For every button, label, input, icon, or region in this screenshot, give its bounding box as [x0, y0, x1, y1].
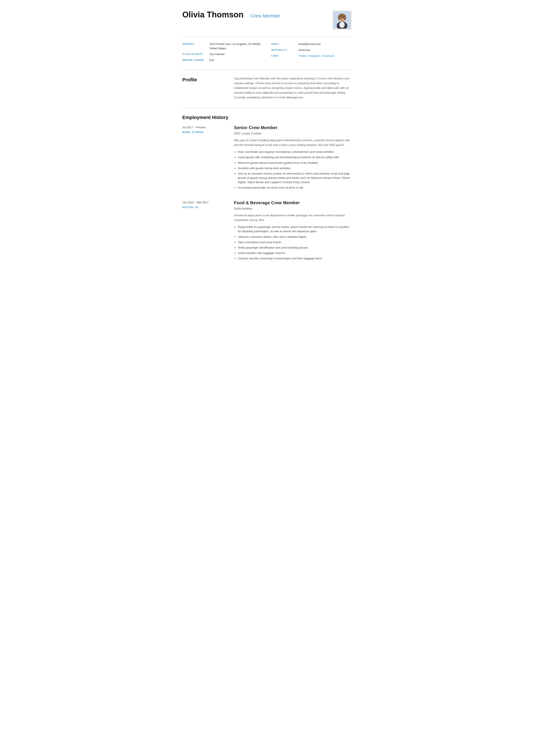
birth-value: San Antonio: [209, 52, 263, 56]
instagram-link[interactable]: Instagram: [308, 54, 320, 58]
emp-summary-1: Was part of a team handling daily guest …: [234, 138, 352, 147]
employment-item-2: Oct 2015 – Mar 2017 RESTON, VA Food & Be…: [182, 200, 352, 262]
profile-divider: [182, 70, 352, 70]
list-item: Conduct security screenings of passenger…: [238, 256, 352, 260]
svg-point-8: [343, 18, 344, 19]
twitter-link[interactable]: Twitter: [298, 54, 307, 58]
list-item: Welcome guests aboard and present guided…: [238, 161, 352, 165]
emp-right-1: Senior Crew Member CNC Luxury Cruises Wa…: [234, 124, 352, 191]
links-value: Twitter, Instagram, Facebook: [298, 54, 352, 58]
list-item: Verify passenger identification and prin…: [238, 246, 352, 250]
svg-point-6: [344, 15, 346, 20]
facebook-link[interactable]: Facebook: [322, 54, 334, 58]
emp-company-1: CNC Luxury Cruises: [234, 131, 352, 136]
links-label: LINKS: [271, 54, 295, 58]
profile-section-title: Profile: [182, 76, 225, 83]
list-item: Take reservations and issue tickets: [238, 240, 352, 244]
resume-page: Olivia Thomson Crew Member: [170, 0, 364, 283]
contact-grid: ADDRESS 1515 Pacific Ave, Los Angeles, C…: [182, 42, 352, 62]
emp-bullets-1: Host, coordinate and organize recreation…: [234, 150, 352, 190]
emp-left-1: Jul 2017 – Present MIAMI, FLORIDA: [182, 124, 225, 191]
email-row: EMAIL email@email.com: [271, 42, 352, 46]
emp-location-2: RESTON, VA: [182, 205, 225, 209]
birth-label: PLACE OF BIRTH: [182, 52, 206, 56]
contact-left-col: ADDRESS 1515 Pacific Ave, Los Angeles, C…: [182, 42, 263, 62]
emp-left-2: Oct 2015 – Mar 2017 RESTON, VA: [182, 200, 225, 262]
avatar: [332, 10, 352, 30]
avatar-image: [333, 12, 351, 29]
nationality-label: NATIONALITY: [271, 48, 295, 52]
header-left: Olivia Thomson Crew Member: [182, 10, 332, 19]
license-value: Full: [209, 58, 263, 63]
profile-text: Top perfuming Crew Member with five year…: [234, 76, 352, 100]
emp-date-2: Oct 2015 – Mar 2017: [182, 200, 225, 205]
birth-row: PLACE OF BIRTH San Antonio: [182, 52, 263, 56]
list-item: Socialize with guests during deck activi…: [238, 166, 352, 171]
employment-section-title: Employment History: [182, 114, 352, 121]
profile-title-col: Profile: [182, 76, 225, 100]
header-divider: [182, 37, 352, 37]
nationality-value: American: [298, 48, 352, 52]
address-row: ADDRESS 1515 Pacific Ave, Los Angeles, C…: [182, 42, 263, 50]
license-label: DRIVING LICENSE: [182, 58, 206, 62]
employment-section: Employment History Jul 2017 – Present MI…: [182, 108, 352, 262]
emp-bullets-2: Responsible for passenger service duties…: [234, 225, 352, 260]
candidate-name: Olivia Thomson: [182, 10, 243, 19]
profile-layout: Profile Top perfuming Crew Member with f…: [182, 76, 352, 100]
header: Olivia Thomson Crew Member: [182, 10, 352, 30]
emp-company-2: Delta Aviation: [234, 206, 352, 211]
address-value: 1515 Pacific Ave, Los Angeles, CA 90291,…: [209, 42, 263, 50]
emp-location-1: MIAMI, FLORIDA: [182, 130, 225, 134]
emp-summary-2: Introduced large packs to be dispensed i…: [234, 213, 352, 222]
list-item: Host, coordinate and organize recreation…: [238, 150, 352, 154]
profile-text-col: Top perfuming Crew Member with five year…: [234, 76, 352, 100]
candidate-title: Crew Member: [250, 12, 280, 19]
list-item: Attend to customers before, after and in…: [238, 235, 352, 239]
emp-job-title-1: Senior Crew Member: [234, 124, 352, 131]
emp-job-title-2: Food & Beverage Crew Member: [234, 200, 352, 206]
contact-right-col: EMAIL email@email.com NATIONALITY Americ…: [271, 42, 352, 62]
emp-right-2: Food & Beverage Crew Member Delta Aviati…: [234, 200, 352, 262]
list-item: Accompany passenger on shore tours at po…: [238, 185, 352, 190]
emp-date-1: Jul 2017 – Present: [182, 125, 225, 129]
list-item: Assist guests with embarking and disemba…: [238, 155, 352, 159]
list-item: Assist travelers with baggage check-in: [238, 251, 352, 255]
address-label: ADDRESS: [182, 42, 206, 46]
links-row: LINKS Twitter, Instagram, Facebook: [271, 54, 352, 58]
svg-point-2: [340, 22, 345, 28]
profile-section: Profile Top perfuming Crew Member with f…: [182, 70, 352, 100]
email-value: email@email.com: [298, 42, 352, 46]
license-row: DRIVING LICENSE Full: [182, 58, 263, 63]
svg-point-5: [338, 15, 340, 20]
list-item: Acts as an assistant emcee (master of ce…: [238, 172, 352, 184]
svg-point-7: [341, 18, 342, 19]
email-label: EMAIL: [271, 42, 295, 46]
list-item: Responsible for passenger service duties…: [238, 225, 352, 233]
employment-item-1: Jul 2017 – Present MIAMI, FLORIDA Senior…: [182, 124, 352, 191]
nationality-row: NATIONALITY American: [271, 48, 352, 52]
